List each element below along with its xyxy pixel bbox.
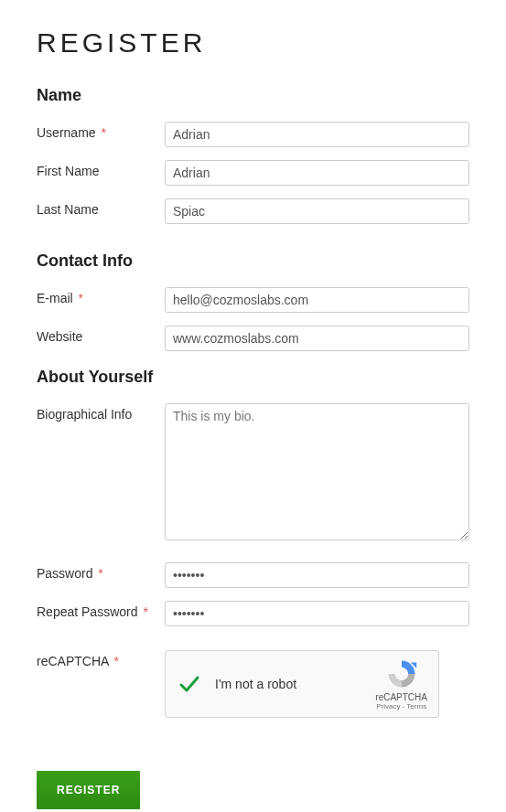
label-password: Password bbox=[37, 566, 92, 581]
form-row-bio: Biographical Info This is my bio. bbox=[37, 403, 469, 544]
label-recaptcha: reCAPTCHA bbox=[37, 654, 109, 668]
label-last-name: Last Name bbox=[37, 202, 99, 217]
label-username: Username bbox=[37, 125, 96, 140]
recaptcha-brand: reCAPTCHA bbox=[375, 692, 427, 702]
form-row-email: E-mail * bbox=[37, 287, 469, 313]
section-title-name: Name bbox=[37, 86, 469, 105]
label-first-name: First Name bbox=[37, 164, 99, 178]
first-name-input[interactable] bbox=[165, 160, 469, 186]
website-input[interactable] bbox=[165, 326, 469, 351]
repeat-password-input[interactable] bbox=[165, 601, 469, 626]
checkmark-icon bbox=[177, 673, 202, 695]
recaptcha-text: I'm not a robot bbox=[215, 677, 366, 691]
label-website: Website bbox=[37, 329, 82, 344]
bio-textarea[interactable]: This is my bio. bbox=[165, 403, 469, 540]
password-input[interactable] bbox=[165, 562, 469, 588]
required-marker: * bbox=[143, 604, 147, 619]
label-repeat-password: Repeat Password bbox=[37, 604, 138, 619]
required-marker: * bbox=[101, 125, 105, 140]
email-input[interactable] bbox=[165, 287, 469, 313]
label-email: E-mail bbox=[37, 291, 73, 305]
section-title-contact: Contact Info bbox=[37, 251, 469, 271]
form-row-repeat-password: Repeat Password * bbox=[37, 601, 469, 626]
recaptcha-widget[interactable]: I'm not a robot reCAPTCHA Privacy - Term… bbox=[165, 650, 439, 718]
last-name-input[interactable] bbox=[165, 198, 469, 224]
form-row-recaptcha: reCAPTCHA * I'm not a robot reCAPTCHA Pr… bbox=[37, 650, 469, 718]
label-bio: Biographical Info bbox=[37, 407, 132, 422]
form-row-username: Username * bbox=[37, 122, 469, 147]
recaptcha-links[interactable]: Privacy - Terms bbox=[376, 702, 426, 710]
form-row-website: Website bbox=[37, 326, 469, 351]
form-row-last-name: Last Name bbox=[37, 198, 469, 224]
section-title-about: About Yourself bbox=[37, 368, 469, 387]
form-row-password: Password * bbox=[37, 562, 469, 588]
register-button[interactable]: REGISTER bbox=[37, 771, 140, 809]
page-title: REGISTER bbox=[37, 27, 469, 59]
recaptcha-logo-icon bbox=[385, 657, 418, 690]
required-marker: * bbox=[113, 654, 118, 668]
required-marker: * bbox=[98, 566, 102, 581]
required-marker: * bbox=[79, 291, 83, 305]
form-row-first-name: First Name bbox=[37, 160, 469, 186]
username-input[interactable] bbox=[165, 122, 469, 147]
